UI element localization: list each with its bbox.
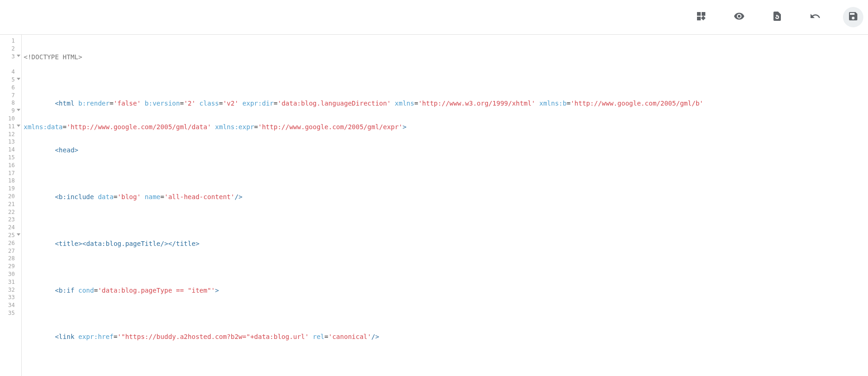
line-number: 21 [0,201,21,209]
code-token: b:if [59,287,75,294]
fold-icon[interactable] [17,78,20,80]
line-number: 14 [0,146,21,154]
code-token: < [24,287,59,294]
preview-button[interactable] [729,7,749,27]
line-number: 17 [0,170,21,178]
save-button[interactable] [843,7,863,27]
line-number: 25 [0,232,21,240]
code-token: < [24,193,59,201]
code-token: = [63,123,66,131]
code-token: = [254,123,258,131]
code-token: 'http://www.google.com/2005/gml/expr' [258,123,403,131]
line-number: 6 [0,84,21,92]
line-number: 9 [0,107,21,115]
code-token: 'http://www.google.com/2005/gml/data' [67,123,211,131]
line-number: 19 [0,185,21,193]
line-number: 26 [0,240,21,248]
code-token: > [403,123,406,131]
fold-icon[interactable] [17,109,20,111]
line-number: 2 [0,45,21,53]
code-token: rel [309,333,324,340]
code-content[interactable]: <!DOCTYPE HTML> <html b:render='false' b… [22,35,868,376]
code-token: expr:href [75,333,114,340]
code-token: <!DOCTYPE HTML> [24,53,82,61]
code-token: < [24,240,59,247]
restore-icon [772,11,783,24]
line-number: 35 [0,310,21,318]
code-token: name [141,193,160,201]
undo-icon [810,11,821,24]
code-token: xmlns:expr [211,123,254,131]
save-icon [848,11,859,24]
code-token: 'false' [114,100,141,107]
line-number: 30 [0,271,21,279]
code-token: < [24,100,59,107]
line-number: 29 [0,263,21,271]
widgets-icon [696,11,707,24]
line-number: 15 [0,154,21,162]
line-number: 5 [0,76,21,84]
line-gutter: 1234567891011121314151617181920212223242… [0,35,22,376]
line-number-continuation [0,61,21,69]
widgets-button[interactable] [691,7,711,27]
code-editor[interactable]: 1234567891011121314151617181920212223242… [0,35,868,376]
code-token: xmlns:data [24,123,63,131]
line-number: 12 [0,131,21,139]
undo-button[interactable] [805,7,825,27]
line-number: 3 [0,53,21,61]
code-token: b:render [75,100,110,107]
revert-button[interactable] [767,7,787,27]
code-token: data:blog.pageTitle [86,240,160,247]
line-number: 4 [0,69,21,76]
line-number: 34 [0,302,21,310]
line-number: 10 [0,115,21,123]
code-token: title [59,240,78,247]
line-number: 8 [0,100,21,107]
code-token: 'data:blog.languageDirection' [278,100,391,107]
code-token: > [75,146,78,154]
line-number: 23 [0,216,21,224]
code-token: link [59,333,75,340]
code-token: /> [234,193,242,201]
code-token: 'http://www.google.com/2005/gml/b' [570,100,703,107]
code-token: class [196,100,219,107]
code-token: < [24,146,59,154]
code-token: xmlns [391,100,414,107]
code-token: expr:dir [239,100,274,107]
code-token: b:version [141,100,180,107]
code-token: b:include [59,193,94,201]
fold-icon[interactable] [17,125,20,127]
code-token: '"https://buddy.a2hosted.com?b2w="+data:… [117,333,309,340]
code-token: 'v2' [223,100,239,107]
fold-icon[interactable] [17,233,20,236]
line-number: 27 [0,248,21,256]
code-token: html [59,100,75,107]
code-token: = [109,100,113,107]
line-number: 18 [0,177,21,185]
line-number: 1 [0,38,21,45]
code-token: = [219,100,223,107]
line-number: 31 [0,279,21,287]
code-token: head [59,146,75,154]
line-number: 22 [0,209,21,217]
line-number: 32 [0,287,21,295]
code-token: = [274,100,278,107]
code-token: >< [78,240,86,247]
code-token: /> [371,333,379,340]
line-number: 16 [0,162,21,170]
line-number: 33 [0,294,21,302]
eye-icon [734,11,745,24]
code-token: '2' [184,100,196,107]
code-token: 'all-head-content' [164,193,234,201]
code-token: cond [75,287,94,294]
code-token: 'http://www.w3.org/1999/xhtml' [418,100,535,107]
code-token: < [24,333,59,340]
code-token: title [176,240,196,247]
code-token: /></ [160,240,176,247]
line-number: 11 [0,123,21,131]
code-token: 'blog' [117,193,141,201]
fold-icon[interactable] [17,55,20,57]
line-number: 7 [0,92,21,100]
code-token: 'data:blog.pageType == "item"' [98,287,215,294]
code-token: 'canonical' [328,333,371,340]
